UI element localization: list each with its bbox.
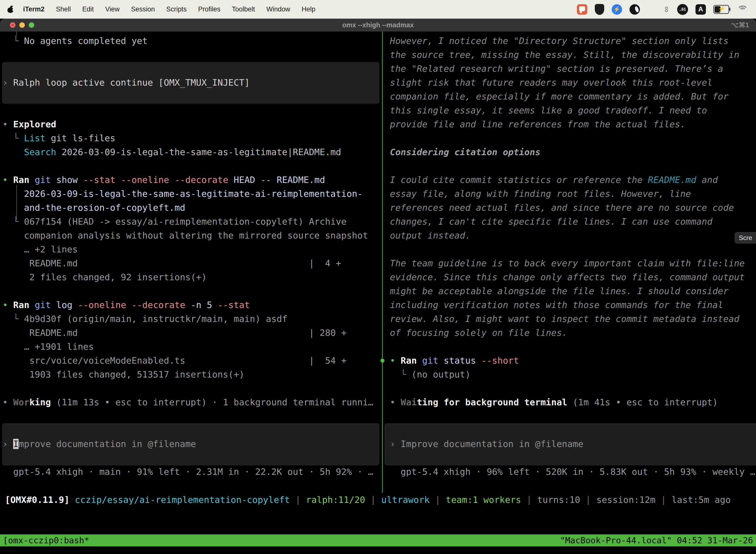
menu-item-view[interactable]: View: [100, 5, 125, 13]
text-segment: The team guideline is to back every impo…: [390, 258, 745, 268]
text-segment: essay file, along with finding root file…: [390, 189, 691, 199]
text-segment: |: [580, 495, 596, 505]
text-segment: companion analysis without altering the …: [2, 230, 368, 240]
squiggle-app-icon[interactable]: ∞: [662, 6, 672, 12]
terminal-line: However, I noticed the "Directory Struct…: [390, 34, 729, 48]
text-segment: I could cite commit statistics or refere…: [390, 175, 648, 185]
pane-left: └ No agents completed yet› Ralph loop ac…: [0, 32, 382, 493]
terminal-line: └ No agents completed yet: [2, 34, 147, 48]
text-segment: |: [430, 495, 446, 505]
text-segment: •: [390, 355, 400, 366]
text-segment: ›: [2, 77, 13, 88]
text-segment: •: [2, 119, 13, 129]
terminal-line: Search 2026-03-09-is-legal-the-same-as-l…: [2, 145, 341, 159]
apple-menu-icon[interactable]: [7, 6, 14, 13]
text-segment: README.md | 4 +: [2, 258, 341, 268]
text-segment: 4b9d30f (origin/main, instructkr/main, m…: [24, 314, 288, 324]
mode-label: ultrawork: [381, 495, 430, 505]
text-segment: |: [290, 495, 306, 505]
omx-status-line: [OMX#0.11.9] cczip/essay/ai-reimplementa…: [0, 493, 756, 507]
text-segment: Ran: [400, 355, 417, 366]
text-segment: Search: [24, 147, 56, 157]
menu-item-toolbelt[interactable]: Toolbelt: [226, 5, 261, 13]
menu-item-profiles[interactable]: Profiles: [192, 5, 226, 13]
iterm-window: omx --xhigh --madmax ⌥⌘1 └ No agents com…: [0, 19, 756, 554]
text-segment: including verification notes with those …: [390, 300, 723, 310]
tmux-host-clock: "MacBook-Pro-44.local" 04:52 31-Mar-26: [560, 535, 753, 545]
text-segment: and-the-erosion-of-copyleft.md: [2, 203, 185, 213]
title-bar: omx --xhigh --madmax ⌥⌘1: [0, 19, 756, 32]
crescent-app-icon[interactable]: [630, 4, 640, 15]
text-segment: gpt-5.4 xhigh · 96% left · 520K in · 5.8…: [390, 466, 756, 477]
text-segment: |: [655, 495, 672, 505]
text-segment: ›: [390, 439, 400, 449]
text-segment: status: [438, 355, 481, 366]
text-segment: Wai: [400, 397, 417, 407]
text-segment: └: [2, 216, 24, 227]
text-segment: [126, 300, 132, 310]
menu-item-edit[interactable]: Edit: [77, 5, 100, 13]
menu-item-help[interactable]: Help: [296, 5, 321, 13]
text-segment: --short: [482, 355, 519, 366]
text-segment: gpt-5.4 xhigh · main · 91% left · 2.31M …: [2, 466, 374, 477]
text-segment: However, I noticed the "Directory Struct…: [390, 36, 729, 46]
text-segment: and: [696, 175, 718, 185]
text-segment: 067f154 (HEAD -> essay/ai-reimplementati…: [24, 216, 346, 227]
text-segment: [115, 175, 121, 185]
terminal-line: provide file and line references from th…: [390, 117, 686, 131]
text-segment: of focusing solely on file lines.: [390, 328, 567, 338]
waiting-status-line: • Waiting for background terminal (1m 41…: [390, 395, 718, 409]
terminal-line: … +1901 lines: [2, 340, 94, 354]
text-segment: Explored: [13, 119, 56, 129]
menu-item-shell[interactable]: Shell: [50, 5, 77, 13]
text-segment: List: [24, 133, 46, 143]
omx-version-badge: [OMX#0.11.9]: [5, 495, 69, 505]
wifi-icon[interactable]: [737, 4, 749, 14]
screen-overlay-button[interactable]: Scre: [735, 232, 756, 243]
text-segment: └: [2, 133, 24, 143]
branch-label: cczip/essay/ai-reimplementation-copyleft: [75, 495, 290, 505]
prompt-line: › Improve documentation in @filename: [390, 437, 583, 451]
prompt-line: › Improve documentation in @filename: [2, 437, 196, 451]
text-segment: references need actual files, and since …: [390, 203, 734, 213]
team-counter: team:1 workers: [446, 495, 521, 505]
dots-grid-icon[interactable]: [647, 5, 656, 14]
terminal-line: … +2 lines: [2, 242, 78, 257]
text-segment: --stat: [83, 175, 115, 185]
text-segment: •: [390, 397, 400, 407]
terminal-line: companion analysis without altering the …: [2, 229, 368, 242]
menu-item-window[interactable]: Window: [261, 5, 296, 13]
text-segment: mprove documentation in @filename: [19, 439, 196, 449]
text-segment: └: [2, 314, 24, 324]
window-shortcut-badge: ⌥⌘1: [731, 19, 749, 32]
text-segment: Ran: [13, 175, 29, 185]
pane-right: However, I noticed the "Directory Struct…: [383, 32, 756, 493]
terminal-line: and-the-erosion-of-copyleft.md: [2, 201, 185, 215]
pane-divider[interactable]: [382, 32, 383, 493]
menu-item-session[interactable]: Session: [125, 5, 161, 13]
letter-a-app-icon[interactable]: A: [695, 4, 706, 15]
recording-indicator-icon[interactable]: [577, 4, 587, 15]
text-segment: git ls-files: [45, 133, 115, 143]
terminal-line: 2026-03-09-is-legal-the-same-as-legitima…: [2, 187, 363, 201]
terminal-line: the source tree, missing the essay. Stil…: [390, 48, 739, 62]
blue-app-icon[interactable]: ⚡: [612, 4, 622, 15]
menu-item-iterm2[interactable]: iTerm2: [17, 5, 50, 13]
terminal-line: this single essay, it seems like a good …: [390, 104, 707, 117]
readme-md-link[interactable]: README.md: [648, 175, 696, 185]
terminal-line: output instead.: [390, 229, 470, 242]
text-segment: --oneline: [121, 175, 169, 185]
count-badge-icon[interactable]: ..61: [677, 4, 688, 15]
text-segment: show: [51, 175, 83, 185]
text-segment: [29, 175, 35, 185]
terminal-line: 2 files changed, 92 insertions(+): [2, 270, 207, 284]
text-segment: --decorate: [131, 300, 185, 310]
menu-item-scripts[interactable]: Scripts: [161, 5, 192, 13]
text-segment: Ralph loop active continue [OMX_TMUX_INJ…: [13, 77, 250, 88]
turns-counter: turns:10: [537, 495, 580, 505]
battery-icon[interactable]: ⚡: [713, 5, 729, 14]
shield-grid-icon[interactable]: [595, 4, 604, 15]
terminal-line: • Explored: [2, 117, 56, 131]
terminal-line: evidence. Since this change only affects…: [390, 270, 745, 284]
text-segment: provide file and line references from th…: [390, 119, 686, 129]
